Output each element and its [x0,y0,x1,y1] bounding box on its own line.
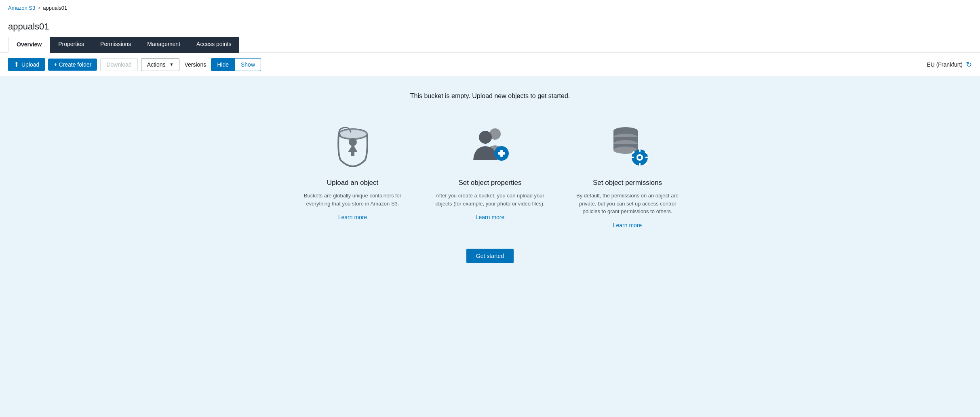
svg-point-17 [638,156,641,159]
create-folder-button[interactable]: + Create folder [48,59,97,71]
svg-point-4 [479,131,492,144]
main-content: This bucket is empty. Upload new objects… [0,76,980,417]
versions-label: Versions [184,61,206,68]
breadcrumb-current: appuals01 [43,5,67,11]
upload-object-card: Upload an object Buckets are globally un… [296,120,409,228]
upload-object-title: Upload an object [327,179,379,187]
show-button[interactable]: Show [235,58,261,71]
set-properties-title: Set object properties [459,179,522,187]
set-permissions-learn-more[interactable]: Learn more [613,222,642,228]
hide-show-toggle: Hide Show [211,58,261,71]
region-info: EU (Frankfurt) ↻ [927,60,972,69]
upload-object-icon [327,120,379,172]
upload-icon: ⬆ [14,61,19,68]
actions-dropdown-arrow: ▼ [170,62,174,67]
svg-rect-19 [639,163,641,166]
get-started-button[interactable]: Get started [466,249,514,263]
breadcrumb: Amazon S3 > appuals01 [0,0,980,16]
refresh-icon[interactable]: ↻ [966,60,972,69]
toolbar: ⬆ Upload + Create folder Download Action… [0,53,980,76]
svg-rect-18 [639,149,641,152]
empty-bucket-message: This bucket is empty. Upload new objects… [8,92,972,100]
svg-rect-21 [645,157,649,158]
tab-overview[interactable]: Overview [8,37,50,53]
set-permissions-description: By default, the permissions on an object… [571,192,684,216]
set-permissions-icon [601,120,654,172]
svg-rect-20 [631,157,634,158]
set-properties-icon [464,120,516,172]
actions-button[interactable]: Actions ▼ [141,58,180,71]
breadcrumb-parent[interactable]: Amazon S3 [8,5,35,11]
download-button[interactable]: Download [100,58,137,71]
tab-permissions[interactable]: Permissions [92,37,139,53]
set-properties-card: Set object properties After you create a… [434,120,547,228]
set-properties-learn-more[interactable]: Learn more [476,214,505,220]
tab-properties[interactable]: Properties [50,37,92,53]
set-permissions-title: Set object permissions [593,179,662,187]
region-label: EU (Frankfurt) [927,61,963,68]
svg-rect-7 [498,152,505,155]
set-properties-description: After you create a bucket, you can uploa… [434,192,547,207]
tab-access-points[interactable]: Access points [188,37,239,53]
cards-container: Upload an object Buckets are globally un… [248,120,733,228]
upload-button[interactable]: ⬆ Upload [8,58,45,71]
page-header: appuals01 Overview Properties Permission… [0,16,980,53]
svg-point-1 [339,129,367,139]
tab-management[interactable]: Management [139,37,188,53]
get-started-container: Get started [8,249,972,263]
tab-nav: Overview Properties Permissions Manageme… [8,37,972,52]
hide-button[interactable]: Hide [211,58,235,71]
svg-point-2 [349,138,357,146]
set-permissions-card: Set object permissions By default, the p… [571,120,684,228]
upload-object-description: Buckets are globally unique containers f… [296,192,409,207]
page-title: appuals01 [8,21,972,32]
breadcrumb-separator: > [38,5,40,11]
upload-object-learn-more[interactable]: Learn more [338,214,367,220]
